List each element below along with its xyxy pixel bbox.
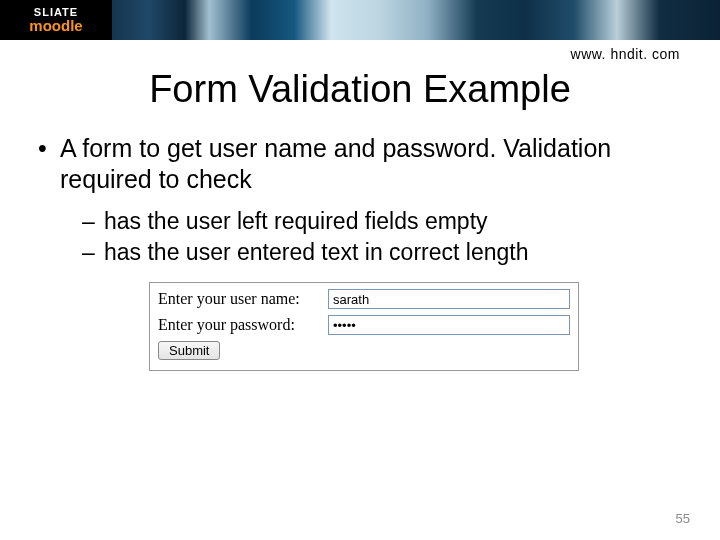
username-label: Enter your user name: [158,290,328,308]
password-row: Enter your password: ••••• [158,315,570,335]
header-banner: SLIATE moodle [0,0,720,40]
logo-line-2: moodle [29,18,82,33]
site-url: www. hndit. com [0,40,720,62]
dash-marker: – [82,237,104,268]
password-label: Enter your password: [158,316,328,334]
bullet-text: A form to get user name and password. Va… [60,133,690,196]
bullet-level-2: – has the user entered text in correct l… [82,237,690,268]
bullet-level-1: • A form to get user name and password. … [38,133,690,196]
slide-title: Form Validation Example [0,68,720,111]
site-logo: SLIATE moodle [0,0,112,40]
username-row: Enter your user name: sarath [158,289,570,309]
dash-marker: – [82,206,104,237]
slide-content: • A form to get user name and password. … [0,133,720,371]
username-input[interactable]: sarath [328,289,570,309]
page-number: 55 [676,511,690,526]
subbullet-text: has the user entered text in correct len… [104,237,528,268]
subbullet-text: has the user left required fields empty [104,206,488,237]
banner-image-strip [112,0,720,40]
form-screenshot: Enter your user name: sarath Enter your … [149,282,579,371]
submit-button[interactable]: Submit [158,341,220,360]
bullet-marker: • [38,133,60,196]
password-input[interactable]: ••••• [328,315,570,335]
bullet-level-2: – has the user left required fields empt… [82,206,690,237]
